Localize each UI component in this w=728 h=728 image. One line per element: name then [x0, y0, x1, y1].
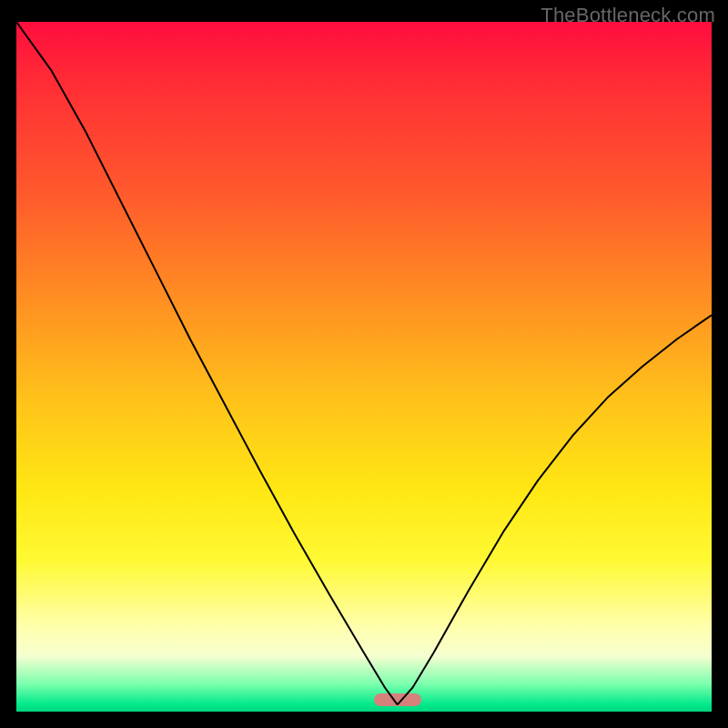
chart-frame: TheBottleneck.com	[0, 0, 728, 728]
plot-area	[16, 22, 712, 712]
curve-left-branch	[16, 22, 398, 704]
watermark-text: TheBottleneck.com	[541, 4, 715, 27]
curve-right-branch	[398, 315, 712, 704]
bottleneck-curve	[16, 22, 712, 712]
